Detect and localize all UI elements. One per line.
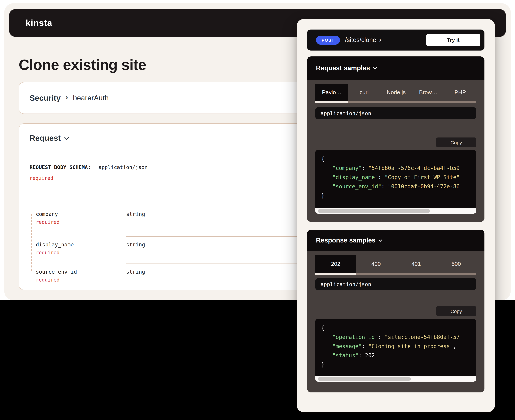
chevron-down-icon <box>373 66 377 70</box>
response-samples-section: Response samples 202 400 401 500 applica… <box>307 230 484 392</box>
tab-401[interactable]: 401 <box>396 255 436 273</box>
field-name: source_env_id <box>36 269 77 275</box>
code-line: "company": "54fb80af-576c-4fdc-ba4f-b59 <box>321 164 476 173</box>
request-body-schema-line: REQUEST BODY SCHEMA: application/json <box>30 164 148 170</box>
tab-underline-track <box>315 273 476 275</box>
field-required-flag: required <box>36 250 60 256</box>
request-section-toggle[interactable]: Request <box>30 134 68 143</box>
tree-connector-line <box>31 214 32 271</box>
request-code-block: { "company": "54fb80af-576c-4fdc-ba4f-b5… <box>315 150 476 214</box>
request-samples-body: Paylo… curl Node.js Brow… PHP applicatio… <box>307 80 484 222</box>
status-code-tabs: 202 400 401 500 <box>315 255 476 273</box>
schema-content-type: application/json <box>99 164 148 170</box>
field-required-flag: required <box>36 219 60 225</box>
request-title: Request <box>30 134 61 143</box>
code-line: "operation_id": "site:clone-54fb80af-57 <box>321 333 476 342</box>
response-samples-toggle[interactable]: Response samples <box>307 230 484 251</box>
code-line: } <box>321 360 476 369</box>
endpoint-path: /sites/clone <box>345 37 376 44</box>
code-line: } <box>321 191 476 201</box>
kinsta-logo[interactable]: kinsta <box>26 18 52 28</box>
tab-nodejs[interactable]: Node.js <box>380 84 412 101</box>
copy-button[interactable]: Copy <box>436 306 476 316</box>
tab-202[interactable]: 202 <box>315 255 356 273</box>
horizontal-scrollbar <box>315 376 476 382</box>
field-name: company <box>36 211 58 217</box>
tab-curl[interactable]: curl <box>348 84 380 101</box>
tab-payload[interactable]: Paylo… <box>315 84 348 101</box>
schema-label: REQUEST BODY SCHEMA: <box>30 164 91 170</box>
code-line: "status": 202 <box>321 351 476 360</box>
content-type-box: application/json <box>315 107 476 119</box>
scrollbar-thumb[interactable] <box>318 209 430 213</box>
schema-required-flag: required <box>30 175 53 181</box>
code-line: "display_name": "Copy of First WP Site" <box>321 173 476 182</box>
tab-underline-active <box>315 101 348 103</box>
chevron-right-icon: › <box>66 93 68 103</box>
response-samples-body: 202 400 401 500 application/json Copy { … <box>307 251 484 392</box>
field-type: string <box>126 241 145 248</box>
screenshot-root: kinsta Clone existing site Security › be… <box>0 0 515 420</box>
chevron-down-icon <box>64 135 69 140</box>
chevron-right-icon: › <box>379 37 381 44</box>
tab-browser[interactable]: Brow… <box>412 84 444 101</box>
field-name: display_name <box>36 241 74 248</box>
horizontal-scrollbar <box>315 208 476 214</box>
code-line: { <box>321 323 476 333</box>
security-title: Security <box>30 93 61 103</box>
endpoint-bar: POST /sites/clone › Try it <box>307 30 484 51</box>
code-line: "source_env_id": "0010cdaf-0b94-472e-86 <box>321 182 476 191</box>
request-samples-toggle[interactable]: Request samples <box>307 56 484 80</box>
content-type-box: application/json <box>315 278 476 290</box>
field-type: string <box>126 211 145 217</box>
try-it-button[interactable]: Try it <box>426 34 480 46</box>
http-method-badge: POST <box>316 36 340 45</box>
tab-underline-track <box>315 101 476 103</box>
copy-button[interactable]: Copy <box>436 137 476 147</box>
request-samples-title: Request samples <box>316 64 370 72</box>
field-type: string <box>126 269 145 275</box>
chevron-down-icon <box>378 238 382 242</box>
response-samples-title: Response samples <box>316 237 375 244</box>
language-tabs: Paylo… curl Node.js Brow… PHP <box>315 84 476 101</box>
code-line: { <box>321 155 476 164</box>
tab-400[interactable]: 400 <box>356 255 396 273</box>
request-samples-section: Request samples Paylo… curl Node.js Brow… <box>307 56 484 222</box>
page-title: Clone existing site <box>19 56 146 74</box>
scrollbar-thumb[interactable] <box>318 377 411 381</box>
api-samples-panel: POST /sites/clone › Try it Request sampl… <box>297 19 495 412</box>
security-auth-method: bearerAuth <box>73 94 109 102</box>
tab-500[interactable]: 500 <box>436 255 476 273</box>
response-code-block: { "operation_id": "site:clone-54fb80af-5… <box>315 319 476 382</box>
tab-php[interactable]: PHP <box>444 84 476 101</box>
code-line: "message": "Cloning site in progress", <box>321 342 476 351</box>
field-required-flag: required <box>36 277 60 283</box>
tab-underline-active <box>315 273 356 275</box>
